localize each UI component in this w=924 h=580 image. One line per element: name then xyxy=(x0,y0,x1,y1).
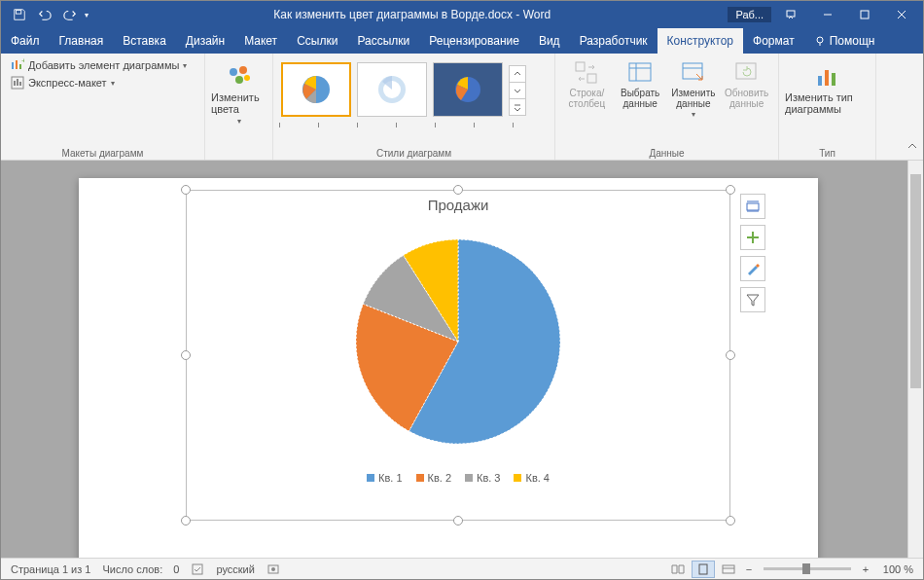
svg-rect-3 xyxy=(861,11,869,18)
zoom-in-button[interactable]: + xyxy=(859,563,872,575)
legend-swatch xyxy=(465,474,473,482)
tab-view[interactable]: Вид xyxy=(529,28,570,54)
collapse-ribbon-button[interactable] xyxy=(907,138,917,156)
save-button[interactable] xyxy=(9,4,30,25)
switch-row-column-button[interactable]: Строка/столбец xyxy=(561,60,613,120)
group-chart-styles: Стили диаграмм xyxy=(273,54,555,160)
zoom-slider[interactable] xyxy=(764,567,851,570)
vertical-scrollbar[interactable] xyxy=(907,161,923,558)
svg-point-18 xyxy=(235,76,243,84)
tab-insert[interactable]: Вставка xyxy=(113,28,176,54)
svg-rect-14 xyxy=(17,79,18,86)
account-badge[interactable]: Раб... xyxy=(728,7,771,22)
tab-layout[interactable]: Макет xyxy=(234,28,287,54)
resize-handle[interactable] xyxy=(453,516,463,526)
macro-button[interactable] xyxy=(267,562,280,576)
tab-design[interactable]: Дизайн xyxy=(176,28,234,54)
resize-handle[interactable] xyxy=(726,350,735,360)
chart-plot-area[interactable] xyxy=(187,215,729,468)
legend-item[interactable]: Кв. 4 xyxy=(514,472,549,484)
legend-swatch xyxy=(367,474,374,482)
document-title: Как изменить цвет диаграммы в Ворде.docx… xyxy=(96,8,728,21)
horizontal-ruler xyxy=(279,123,549,127)
legend-label: Кв. 4 xyxy=(525,472,549,484)
chart-styles-button[interactable] xyxy=(740,256,765,281)
legend-swatch xyxy=(514,474,521,482)
pie-chart[interactable] xyxy=(346,230,570,453)
svg-rect-26 xyxy=(587,74,596,83)
lightbulb-icon xyxy=(814,35,826,47)
titlebar: ▾ Как изменить цвет диаграммы в Ворде.do… xyxy=(1,1,923,28)
undo-button[interactable] xyxy=(34,4,55,25)
svg-rect-35 xyxy=(832,73,835,86)
edit-data-button[interactable]: Изменить данные▾ xyxy=(668,60,720,120)
print-layout-button[interactable] xyxy=(692,561,715,578)
read-mode-button[interactable] xyxy=(666,561,690,578)
chart-style-1[interactable] xyxy=(281,62,351,117)
style-gallery-more[interactable] xyxy=(509,65,526,115)
palette-icon xyxy=(226,62,253,90)
svg-point-6 xyxy=(817,37,823,43)
page[interactable]: Продажи Кв. 1Кв. 2Кв. 3Кв. 4 xyxy=(79,178,818,558)
tab-mailings[interactable]: Рассылки xyxy=(347,28,419,54)
refresh-data-button[interactable]: Обновить данные xyxy=(721,60,772,120)
resize-handle[interactable] xyxy=(181,516,191,526)
change-chart-type-button[interactable]: Изменить тип диаграммы xyxy=(785,56,870,115)
resize-handle[interactable] xyxy=(453,185,463,195)
tab-constructor[interactable]: Конструктор xyxy=(657,28,743,54)
svg-text:+: + xyxy=(21,58,24,65)
zoom-slider-thumb[interactable] xyxy=(802,563,810,574)
tab-references[interactable]: Ссылки xyxy=(287,28,347,54)
proofing-button[interactable] xyxy=(191,562,204,576)
svg-rect-0 xyxy=(17,11,21,15)
add-element-icon: + xyxy=(11,58,24,72)
language-indicator[interactable]: русский xyxy=(216,563,254,575)
select-data-icon xyxy=(627,60,653,86)
group-data: Строка/столбец Выбрать данные Изменить д… xyxy=(555,54,779,160)
select-data-button[interactable]: Выбрать данные xyxy=(615,60,666,120)
web-layout-button[interactable] xyxy=(717,561,740,578)
redo-button[interactable] xyxy=(59,4,81,25)
svg-rect-1 xyxy=(787,11,795,17)
resize-handle[interactable] xyxy=(181,350,191,360)
ribbon-options-button[interactable] xyxy=(773,3,808,26)
svg-rect-36 xyxy=(747,203,759,210)
resize-handle[interactable] xyxy=(726,516,735,526)
maximize-button[interactable] xyxy=(847,3,882,26)
chart-elements-button[interactable] xyxy=(740,225,765,250)
change-colors-button[interactable]: Изменить цвета▾ xyxy=(211,56,267,126)
tab-format[interactable]: Формат xyxy=(743,28,804,54)
tab-file[interactable]: Файл xyxy=(1,28,50,54)
statusbar: Страница 1 из 1 Число слов: 0 русский − … xyxy=(1,558,923,579)
group-chart-layouts: + Добавить элемент диаграммы▾ Экспресс-м… xyxy=(1,54,205,160)
close-button[interactable] xyxy=(884,3,919,26)
page-indicator[interactable]: Страница 1 из 1 xyxy=(11,563,90,575)
minimize-button[interactable] xyxy=(810,3,845,26)
chart-style-3[interactable] xyxy=(433,62,503,117)
chart-filters-button[interactable] xyxy=(740,287,765,312)
svg-point-17 xyxy=(239,66,247,74)
tell-me[interactable]: Помощн xyxy=(804,28,885,54)
legend-item[interactable]: Кв. 1 xyxy=(367,472,402,484)
legend-item[interactable]: Кв. 2 xyxy=(416,472,451,484)
word-count[interactable]: Число слов: 0 xyxy=(102,563,179,575)
legend-item[interactable]: Кв. 3 xyxy=(465,472,500,484)
tab-review[interactable]: Рецензирование xyxy=(419,28,529,54)
express-layout-icon xyxy=(11,76,24,90)
express-layout-button[interactable]: Экспресс-макет▾ xyxy=(7,74,198,91)
svg-rect-32 xyxy=(736,63,756,79)
document-canvas[interactable]: Продажи Кв. 1Кв. 2Кв. 3Кв. 4 xyxy=(1,161,907,558)
scrollbar-thumb[interactable] xyxy=(910,174,921,388)
resize-handle[interactable] xyxy=(726,185,735,195)
zoom-out-button[interactable]: − xyxy=(742,563,756,575)
tab-developer[interactable]: Разработчик xyxy=(570,28,657,54)
chart-legend[interactable]: Кв. 1Кв. 2Кв. 3Кв. 4 xyxy=(187,468,729,488)
resize-handle[interactable] xyxy=(181,185,191,195)
add-chart-element-button[interactable]: + Добавить элемент диаграммы▾ xyxy=(7,56,198,74)
edit-data-icon xyxy=(681,60,706,86)
chart-object[interactable]: Продажи Кв. 1Кв. 2Кв. 3Кв. 4 xyxy=(186,190,730,521)
tab-home[interactable]: Главная xyxy=(50,28,114,54)
zoom-level[interactable]: 100 % xyxy=(874,563,913,575)
layout-options-button[interactable] xyxy=(740,194,765,219)
chart-style-2[interactable] xyxy=(357,62,427,117)
